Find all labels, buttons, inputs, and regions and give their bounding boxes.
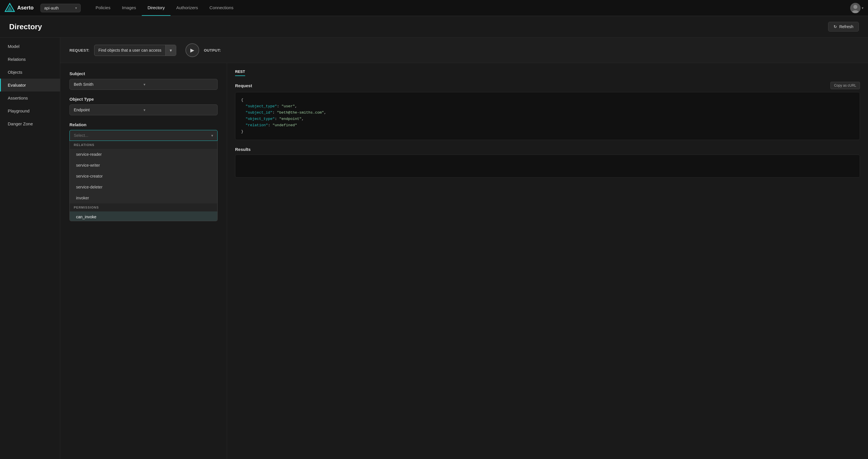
nav-right: ▾ [850, 3, 863, 13]
request-dropdown-text: Find objects that a user can access [94, 45, 165, 55]
copy-as-curl-button[interactable]: Copy as cURL [830, 82, 860, 89]
aserto-logo-icon [5, 3, 15, 13]
run-icon: ▶ [190, 47, 194, 53]
object-type-dropdown[interactable]: Endpoint ▾ [69, 104, 218, 115]
permissions-group-header: PERMISSIONS [70, 203, 217, 211]
dropdown-option-can-invoke[interactable]: can_invoke [70, 211, 217, 221]
sidebar-item-evaluator-label: Evaluator [8, 83, 26, 88]
relation-search-input[interactable] [74, 133, 211, 138]
code-line-relation: "relation": "undefined" [241, 122, 854, 129]
sidebar-item-danger-zone-label: Danger Zone [8, 121, 33, 126]
code-line-subject-id: "subject_id": "beth@the-smiths.com", [241, 109, 854, 116]
left-panel: Subject Beth Smith ▾ Object Type Endpoin… [60, 63, 227, 459]
relations-group-header: RELATIONS [70, 141, 217, 149]
subject-dropdown[interactable]: Beth Smith ▾ [69, 79, 218, 90]
relation-input-field[interactable]: ▾ [69, 130, 218, 141]
svg-point-3 [854, 5, 857, 9]
code-open-brace: { [241, 97, 854, 103]
content-area: REQUEST: Find objects that a user can ac… [60, 38, 868, 459]
object-type-chevron-icon: ▾ [144, 108, 213, 112]
subject-dropdown-chevron-icon: ▾ [144, 82, 213, 87]
request-code-block: { "subject_type": "user", "subject_id": … [235, 92, 860, 140]
relation-chevron-icon: ▾ [211, 133, 213, 138]
logo-area: Aserto [5, 3, 34, 13]
object-type-value: Endpoint [74, 107, 144, 112]
request-section-title: Request [235, 83, 252, 88]
refresh-button[interactable]: ↻ Refresh [828, 22, 859, 32]
dropdown-option-service-reader[interactable]: service-reader [70, 149, 217, 160]
code-line-subject-type: "subject_type": "user", [241, 103, 854, 109]
avatar-chevron-icon: ▾ [862, 6, 863, 10]
nav-link-policies[interactable]: Policies [90, 0, 116, 16]
sidebar-item-objects-label: Objects [8, 70, 22, 74]
request-dropdown-chevron-icon[interactable]: ▾ [165, 45, 176, 56]
subject-value: Beth Smith [74, 82, 144, 87]
request-label: REQUEST: [69, 48, 90, 53]
refresh-label: Refresh [839, 24, 854, 29]
sidebar-item-relations[interactable]: Relations [0, 53, 60, 66]
code-key-subject-type: "subject_type" [246, 104, 277, 108]
sidebar-item-objects[interactable]: Objects [0, 66, 60, 78]
sidebar-item-playground[interactable]: Playground [0, 104, 60, 117]
sidebar: Model Relations Objects Evaluator Assert… [0, 38, 60, 459]
sidebar-item-assertions[interactable]: Assertions [0, 92, 60, 104]
dropdown-option-service-deleter[interactable]: service-deleter [70, 182, 217, 193]
relation-dropdown-menu: RELATIONS service-reader service-writer … [69, 141, 218, 221]
refresh-icon: ↻ [834, 24, 837, 29]
results-section-header: Results [235, 147, 860, 152]
nav-link-connections[interactable]: Connections [204, 0, 239, 16]
nav-link-images[interactable]: Images [116, 0, 142, 16]
request-bar: REQUEST: Find objects that a user can ac… [60, 38, 868, 63]
object-type-label: Object Type [69, 97, 218, 102]
rest-tab[interactable]: REST [235, 69, 245, 76]
nav-link-authorizers[interactable]: Authorizers [170, 0, 204, 16]
sidebar-item-playground-label: Playground [8, 108, 30, 113]
code-val-object-type: "endpoint" [279, 117, 302, 121]
api-selector-chevron-icon: ▾ [75, 6, 77, 10]
page-header: Directory ↻ Refresh [0, 16, 868, 38]
api-selector-dropdown[interactable]: api-auth ▾ [40, 4, 81, 12]
sidebar-item-evaluator[interactable]: Evaluator [0, 78, 60, 92]
code-key-object-type: "object_type" [246, 117, 275, 121]
app-logo-text: Aserto [17, 5, 34, 11]
main-layout: Model Relations Objects Evaluator Assert… [0, 38, 868, 459]
request-section-header: Request Copy as cURL [235, 82, 860, 89]
right-panel: REST Request Copy as cURL { "subject_typ… [227, 63, 868, 459]
sidebar-item-assertions-label: Assertions [8, 96, 28, 100]
user-avatar[interactable] [850, 3, 861, 13]
subject-label: Subject [69, 71, 218, 76]
code-val-subject-type: "user" [281, 104, 295, 108]
dropdown-option-service-writer[interactable]: service-writer [70, 160, 217, 171]
code-val-subject-id: "beth@the-smiths.com" [277, 110, 324, 115]
avatar-image [850, 3, 861, 13]
sidebar-item-danger-zone[interactable]: Danger Zone [0, 117, 60, 130]
api-selector-value: api-auth [44, 6, 59, 10]
code-key-subject-id: "subject_id" [246, 110, 273, 115]
sidebar-item-relations-label: Relations [8, 57, 26, 62]
dropdown-option-invoker[interactable]: invoker [70, 193, 217, 203]
relation-section: Relation ▾ RELATIONS service-reader serv… [69, 122, 218, 141]
subject-section: Subject Beth Smith ▾ [69, 71, 218, 90]
object-type-section: Object Type Endpoint ▾ [69, 97, 218, 115]
dropdown-option-service-creator[interactable]: service-creator [70, 171, 217, 182]
relation-container: ▾ RELATIONS service-reader service-write… [69, 130, 218, 141]
results-section-title: Results [235, 147, 251, 152]
relation-label: Relation [69, 122, 218, 127]
results-block [235, 155, 860, 177]
output-label: OUTPUT: [204, 48, 221, 53]
nav-link-directory[interactable]: Directory [142, 0, 170, 16]
code-close-brace: } [241, 129, 854, 135]
nav-links: Policies Images Directory Authorizers Co… [90, 0, 846, 16]
code-val-relation: "undefined" [272, 123, 297, 127]
two-panel: Subject Beth Smith ▾ Object Type Endpoin… [60, 63, 868, 459]
top-nav: Aserto api-auth ▾ Policies Images Direct… [0, 0, 868, 16]
code-line-object-type: "object_type": "endpoint", [241, 116, 854, 122]
sidebar-item-model-label: Model [8, 44, 20, 49]
sidebar-item-model[interactable]: Model [0, 40, 60, 53]
code-key-relation: "relation" [246, 123, 268, 127]
request-type-dropdown[interactable]: Find objects that a user can access ▾ [94, 45, 176, 56]
run-button[interactable]: ▶ [185, 43, 199, 57]
page-title: Directory [9, 22, 42, 31]
